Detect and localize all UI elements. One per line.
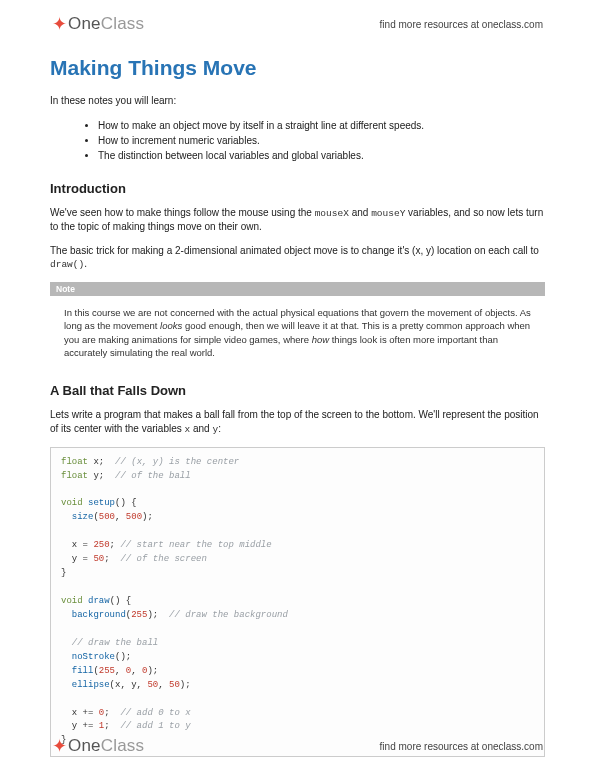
code-token: x +=: [61, 708, 99, 718]
logo-text-class: Class: [101, 14, 145, 34]
code-comment: // of the ball: [115, 471, 191, 481]
code-token: 500: [126, 512, 142, 522]
code-token: 250: [93, 540, 109, 550]
code-comment: // draw the background: [169, 610, 288, 620]
note-box: In this course we are not concerned with…: [50, 296, 545, 369]
logo-text-class: Class: [101, 736, 145, 756]
code-token: 255: [131, 610, 147, 620]
code-token: }: [61, 568, 66, 578]
find-resources-link[interactable]: find more resources at oneclass.com: [380, 19, 543, 30]
note-label: Note: [50, 282, 545, 296]
code-token: void: [61, 596, 83, 606]
code-token: ;: [104, 554, 120, 564]
code-token: float: [61, 457, 88, 467]
logo-text-one: One: [68, 14, 101, 34]
code-token: 50: [93, 554, 104, 564]
logo: ✦ OneClass: [52, 14, 144, 34]
intro-paragraph-2: The basic trick for making a 2-dimension…: [50, 244, 545, 272]
code-token: size: [61, 512, 93, 522]
code-token: ;: [110, 540, 121, 550]
code-comment: // add 1 to y: [120, 721, 190, 731]
code-token: x;: [88, 457, 115, 467]
page-title: Making Things Move: [50, 56, 545, 80]
code-token: (x, y,: [110, 680, 148, 690]
book-icon: ✦: [52, 15, 67, 33]
section-heading-introduction: Introduction: [50, 181, 545, 196]
header-bar: ✦ OneClass find more resources at onecla…: [50, 14, 545, 34]
ball-paragraph-1: Lets write a program that makes a ball f…: [50, 408, 545, 436]
code-token: );: [147, 610, 169, 620]
code-comment: // (x, y) is the center: [115, 457, 239, 467]
code-token: ();: [115, 652, 131, 662]
code-draw: draw(): [50, 259, 84, 270]
code-token: );: [180, 680, 191, 690]
code-token: () {: [115, 498, 137, 508]
learning-objectives-list: How to make an object move by itself in …: [50, 118, 545, 163]
section-heading-ball: A Ball that Falls Down: [50, 383, 545, 398]
code-token: ,: [115, 512, 126, 522]
logo-text-one: One: [68, 736, 101, 756]
text-em: looks: [160, 320, 182, 331]
code-token: y +=: [61, 721, 99, 731]
code-mousey: mouseY: [371, 208, 405, 219]
intro-lead: In these notes you will learn:: [50, 94, 545, 108]
code-token: x =: [61, 540, 93, 550]
code-token: );: [147, 666, 158, 676]
code-token: noStroke: [61, 652, 115, 662]
list-item: The distinction between local variables …: [98, 148, 545, 163]
code-token: ,: [158, 680, 169, 690]
code-comment: // start near the top middle: [120, 540, 271, 550]
code-token: 50: [169, 680, 180, 690]
code-token: float: [61, 471, 88, 481]
code-comment: // add 0 to x: [120, 708, 190, 718]
text: .: [84, 258, 87, 269]
text-em: how: [312, 334, 329, 345]
text: and: [349, 207, 371, 218]
text: The basic trick for making a 2-dimension…: [50, 245, 539, 256]
code-token: ellipse: [61, 680, 110, 690]
footer-bar: ✦ OneClass find more resources at onecla…: [50, 736, 545, 756]
code-token: ;: [104, 721, 120, 731]
code-token: ;: [104, 708, 120, 718]
code-token: ,: [115, 666, 126, 676]
code-token: y =: [61, 554, 93, 564]
code-token: y;: [88, 471, 115, 481]
logo-footer: ✦ OneClass: [52, 736, 144, 756]
text: and: [190, 423, 212, 434]
intro-paragraph-1: We've seen how to make things follow the…: [50, 206, 545, 234]
code-block: float x; // (x, y) is the center float y…: [50, 447, 545, 758]
text: :: [218, 423, 221, 434]
code-token: draw: [83, 596, 110, 606]
code-token: ,: [131, 666, 142, 676]
code-token: setup: [83, 498, 115, 508]
find-resources-link-footer[interactable]: find more resources at oneclass.com: [380, 741, 543, 752]
code-token: );: [142, 512, 153, 522]
code-token: background: [61, 610, 126, 620]
code-token: 50: [147, 680, 158, 690]
code-comment: // draw the ball: [61, 638, 158, 648]
code-token: void: [61, 498, 83, 508]
code-token: 255: [99, 666, 115, 676]
text: We've seen how to make things follow the…: [50, 207, 315, 218]
list-item: How to make an object move by itself in …: [98, 118, 545, 133]
code-mousex: mouseX: [315, 208, 349, 219]
code-token: fill: [61, 666, 93, 676]
code-comment: // of the screen: [120, 554, 206, 564]
text: Lets write a program that makes a ball f…: [50, 409, 539, 434]
book-icon: ✦: [52, 737, 67, 755]
code-token: 500: [99, 512, 115, 522]
list-item: How to increment numeric variables.: [98, 133, 545, 148]
code-token: () {: [110, 596, 132, 606]
